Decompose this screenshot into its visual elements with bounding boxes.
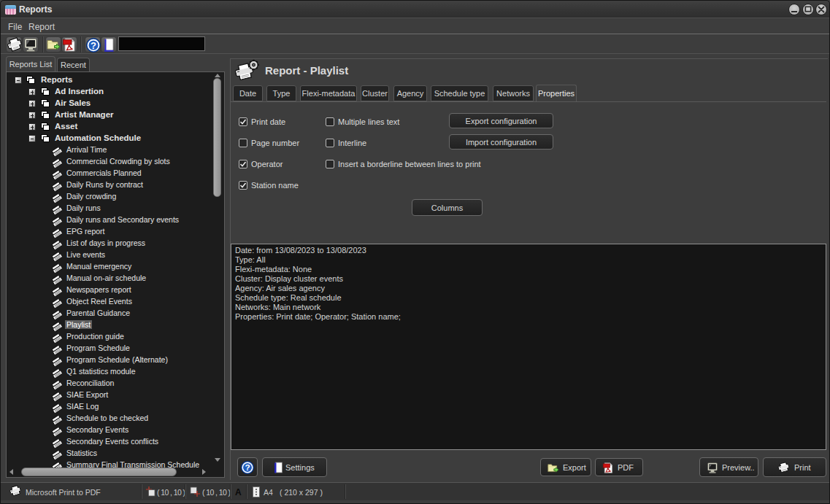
svg-text:?: ? bbox=[91, 40, 96, 51]
svg-text:?: ? bbox=[245, 462, 250, 473]
